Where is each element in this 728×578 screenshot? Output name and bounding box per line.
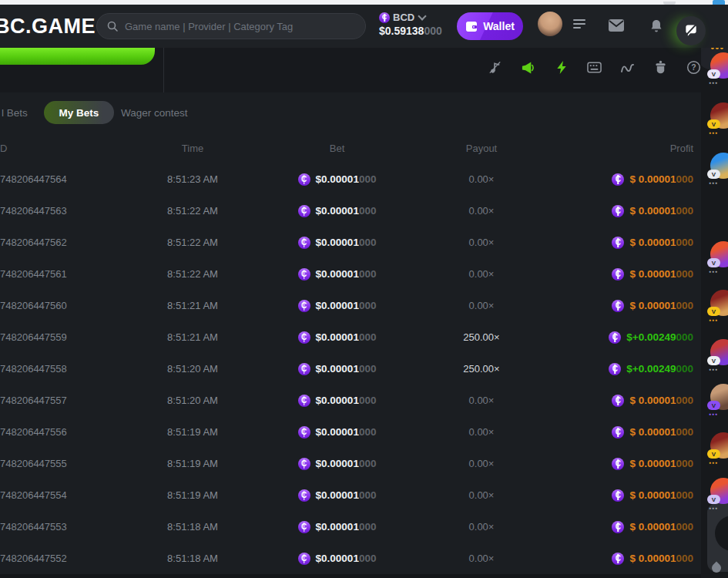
bet-amount: $0.00001000 <box>262 205 412 217</box>
currency-code: BCD <box>393 12 414 23</box>
search-input[interactable] <box>125 21 356 32</box>
notifications-bell-icon[interactable] <box>649 18 666 34</box>
tab-my-bets[interactable]: My Bets <box>44 101 114 124</box>
col-bet: Bet <box>262 143 412 154</box>
bcd-coin-icon <box>612 268 624 281</box>
chat-user-avatar[interactable]: V●●● <box>710 153 728 188</box>
table-row[interactable]: 748206447554 8:51:19 AM $0.00001000 0.00… <box>0 479 701 511</box>
turbo-bolt-icon[interactable] <box>554 60 569 75</box>
profile-menu-icon[interactable] <box>573 19 587 31</box>
chat-user-avatar[interactable]: V●●● <box>710 339 728 375</box>
bet-amount: $0.00001000 <box>262 395 412 407</box>
medal-dots: ●●● <box>709 460 718 465</box>
chat-toggle-button[interactable] <box>676 16 706 45</box>
chat-user-avatar[interactable]: V●●● <box>710 241 728 277</box>
table-row[interactable]: 748206447558 8:51:20 AM $0.00001000 250.… <box>0 353 701 385</box>
chat-user-avatar[interactable]: V●●● <box>710 102 728 138</box>
bcd-coin-icon <box>609 331 621 344</box>
inbox-icon[interactable] <box>608 18 625 34</box>
bet-amount: $0.00001000 <box>262 363 412 375</box>
game-toolbar-icons: ? <box>488 60 701 75</box>
chat-user-avatar[interactable]: V●●● <box>710 432 728 468</box>
chat-user-avatar[interactable]: V●●● <box>710 290 728 325</box>
bet-profit: $ 0.00001000 <box>551 395 693 407</box>
help-icon[interactable]: ? <box>686 60 701 75</box>
table-row[interactable]: 748206447560 8:51:21 AM $0.00001000 0.00… <box>0 290 701 321</box>
bet-amount: $0.00001000 <box>262 268 412 281</box>
table-row[interactable]: 748206447557 8:51:20 AM $0.00001000 0.00… <box>0 385 701 416</box>
tab-all-bets[interactable]: l Bets <box>2 107 28 119</box>
trends-icon[interactable] <box>620 60 635 75</box>
bet-time: 8:51:18 AM <box>123 553 262 564</box>
table-row[interactable]: 748206447562 8:51:22 AM $0.00001000 0.00… <box>0 227 701 258</box>
col-profit: Profit <box>551 143 693 154</box>
currency-selector[interactable]: BCD $0.59138000 <box>379 12 450 37</box>
bet-payout: 0.00× <box>412 521 551 533</box>
bet-payout: 0.00× <box>412 458 551 469</box>
wallet-button[interactable]: Wallet <box>457 12 523 40</box>
hotkeys-keyboard-icon[interactable] <box>587 60 602 75</box>
seed-icon[interactable] <box>653 60 668 75</box>
bet-payout: 0.00× <box>412 205 551 217</box>
music-off-icon[interactable] <box>488 60 502 75</box>
game-progress-bar <box>0 48 155 65</box>
table-row[interactable]: 748206447553 8:51:18 AM $0.00001000 0.00… <box>0 511 701 543</box>
chat-rail: V●●●V●●●V●●●V●●●V●●●V●●●V●●●V●●●V●●● <box>701 5 728 578</box>
table-row[interactable]: 748206447555 8:51:19 AM $0.00001000 0.00… <box>0 448 701 479</box>
user-avatar[interactable] <box>538 12 562 36</box>
bets-table-header: D Time Bet Payout Profit <box>0 143 701 154</box>
bet-id: 748206447561 <box>0 268 123 280</box>
table-row[interactable]: 748206447559 8:51:21 AM $0.00001000 250.… <box>0 321 701 353</box>
bet-profit: $ 0.00001000 <box>551 426 693 439</box>
bet-payout: 0.00× <box>412 237 551 248</box>
table-row[interactable]: 748206447552 8:51:18 AM $0.00001000 0.00… <box>0 543 701 574</box>
bet-id: 748206447553 <box>0 521 123 533</box>
chat-scroll-button[interactable] <box>715 516 728 551</box>
bet-payout: 250.00× <box>412 331 551 343</box>
table-row[interactable]: 748206447563 8:51:22 AM $0.00001000 0.00… <box>0 195 701 227</box>
bet-profit: $ 0.00001000 <box>551 521 693 533</box>
sound-on-icon[interactable] <box>521 60 535 75</box>
bet-profit: $ 0.00001000 <box>551 237 693 249</box>
bet-profit: $ 0.00001000 <box>551 489 693 502</box>
game-toolbar-section: ? <box>0 48 701 92</box>
chat-user-avatar[interactable]: V●●● <box>710 52 728 88</box>
bet-time: 8:51:23 AM <box>123 173 262 185</box>
bet-profit: $ 0.00001000 <box>551 458 693 470</box>
bet-time: 8:51:21 AM <box>123 300 262 311</box>
game-search-bar[interactable] <box>96 13 366 39</box>
bcd-coin-icon <box>609 363 621 375</box>
bcd-coin-icon <box>612 173 624 186</box>
bet-time: 8:51:20 AM <box>123 395 262 406</box>
bcd-coin-icon <box>298 553 310 565</box>
bet-id: 748206447555 <box>0 458 123 469</box>
bet-time: 8:51:21 AM <box>123 331 262 343</box>
bets-panel: l Bets My Bets Wager contest D Time Bet … <box>0 92 701 574</box>
tab-wager-contest[interactable]: Wager contest <box>121 107 188 119</box>
bet-time: 8:51:19 AM <box>123 426 262 438</box>
chat-user-avatar[interactable]: V●●● <box>710 384 728 419</box>
bc-game-logo[interactable]: BC.GAME <box>0 15 96 39</box>
bet-payout: 0.00× <box>412 489 551 501</box>
bcd-coin-icon <box>298 426 310 439</box>
table-row[interactable]: 748206447564 8:51:23 AM $0.00001000 0.00… <box>0 163 701 195</box>
site-header: BC.GAME BCD $0.59138000 Wallet <box>0 5 728 48</box>
wallet-balance: $0.59138000 <box>379 25 450 37</box>
vip-badge: V <box>707 307 720 316</box>
bet-profit: $ 0.00001000 <box>551 300 693 312</box>
wallet-icon <box>465 21 478 32</box>
bcd-coin-icon <box>298 237 310 249</box>
bet-amount: $0.00001000 <box>262 300 412 312</box>
table-row[interactable]: 748206447556 8:51:19 AM $0.00001000 0.00… <box>0 416 701 448</box>
chat-user-avatar[interactable]: V●●● <box>710 478 728 513</box>
bet-time: 8:51:22 AM <box>123 205 262 217</box>
bet-amount: $0.00001000 <box>262 237 412 249</box>
table-row[interactable]: 748206447561 8:51:22 AM $0.00001000 0.00… <box>0 258 701 290</box>
bet-id: 748206447559 <box>0 331 123 343</box>
bet-id: 748206447557 <box>0 395 123 406</box>
bcd-coin-icon <box>298 331 310 344</box>
bet-amount: $0.00001000 <box>262 173 412 186</box>
bet-amount: $0.00001000 <box>262 521 412 533</box>
bet-id: 748206447562 <box>0 237 123 248</box>
bet-id: 748206447560 <box>0 300 123 311</box>
